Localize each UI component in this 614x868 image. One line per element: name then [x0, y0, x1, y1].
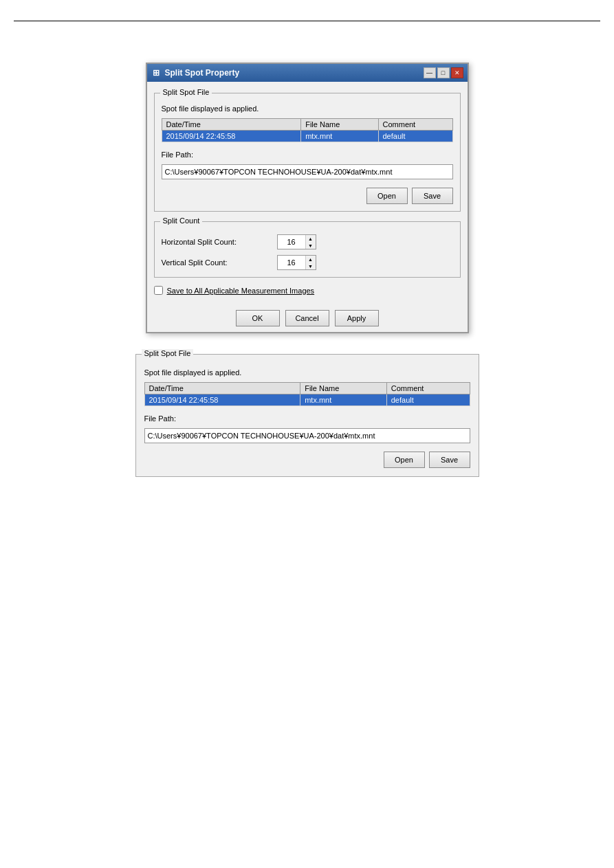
vertical-spinner-arrows: ▲ ▼ — [305, 256, 316, 269]
panel-file-path-label: File Path: — [144, 414, 470, 423]
ok-button[interactable]: OK — [236, 310, 280, 326]
col-filename: File Name — [301, 119, 378, 131]
split-spot-file-panel: Split Spot File Spot file displayed is a… — [135, 354, 479, 477]
dialog-icon: ⊞ — [151, 68, 161, 78]
panel-save-button[interactable]: Save — [429, 452, 470, 468]
panel-col-comment: Comment — [386, 383, 470, 394]
dialog-title: Split Spot Property — [165, 68, 240, 78]
vertical-split-row: Vertical Split Count: ▲ ▼ — [162, 255, 453, 270]
split-count-legend: Split Count — [160, 216, 203, 225]
panel-col-filename: File Name — [300, 383, 387, 394]
spot-file-note: Spot file displayed is applied. — [162, 104, 453, 113]
col-datetime: Date/Time — [162, 119, 301, 131]
panel-cell-filename: mtx.mnt — [300, 394, 387, 406]
panel-file-table: Date/Time File Name Comment 2015/09/14 2… — [144, 382, 470, 406]
panel-cell-datetime: 2015/09/14 22:45:58 — [144, 394, 300, 406]
cancel-button[interactable]: Cancel — [285, 310, 329, 326]
horizontal-split-label: Horizontal Split Count: — [162, 238, 272, 246]
vertical-split-input[interactable] — [278, 256, 305, 269]
file-table: Date/Time File Name Comment 2015/09/14 2… — [162, 118, 453, 142]
panel-note: Spot file displayed is applied. — [144, 368, 470, 377]
horizontal-up-arrow[interactable]: ▲ — [306, 235, 316, 242]
dialog-titlebar: ⊞ Split Spot Property — □ ✕ — [147, 64, 468, 82]
dialog-body: Split Spot File Spot file displayed is a… — [147, 82, 468, 304]
panel-legend: Split Spot File — [142, 349, 194, 357]
panel-file-buttons: Open Save — [144, 452, 470, 468]
horizontal-spinner[interactable]: ▲ ▼ — [277, 234, 316, 249]
checkbox-row: Save to All Applicable Measurement Image… — [154, 286, 461, 295]
horizontal-down-arrow[interactable]: ▼ — [306, 242, 316, 249]
file-path-input[interactable] — [162, 164, 453, 179]
horizontal-spinner-arrows: ▲ ▼ — [305, 235, 316, 249]
panel-open-button[interactable]: Open — [384, 452, 425, 468]
split-spot-file-legend: Split Spot File — [160, 88, 212, 96]
split-spot-file-group: Split Spot File Spot file displayed is a… — [154, 93, 461, 212]
vertical-split-label: Vertical Split Count: — [162, 258, 272, 267]
cell-filename: mtx.mnt — [301, 131, 378, 142]
save-all-label: Save to All Applicable Measurement Image… — [167, 287, 315, 295]
close-button[interactable]: ✕ — [451, 67, 463, 78]
split-count-group: Split Count Horizontal Split Count: ▲ ▼ — [154, 221, 461, 278]
split-spot-property-dialog: ⊞ Split Spot Property — □ ✕ Split Spot F… — [146, 63, 469, 333]
save-all-checkbox[interactable] — [154, 286, 163, 295]
panel-col-datetime: Date/Time — [144, 383, 300, 394]
panel-cell-comment: default — [386, 394, 470, 406]
maximize-button[interactable]: □ — [437, 67, 450, 78]
dialog-footer: OK Cancel Apply — [147, 304, 468, 332]
dialog-controls: — □ ✕ — [424, 67, 463, 78]
col-comment: Comment — [378, 119, 452, 131]
cell-comment: default — [378, 131, 452, 142]
apply-button[interactable]: Apply — [335, 310, 379, 326]
page-divider — [14, 21, 600, 21]
vertical-spinner[interactable]: ▲ ▼ — [277, 255, 316, 270]
minimize-button[interactable]: — — [424, 67, 436, 78]
save-button[interactable]: Save — [412, 188, 453, 204]
file-buttons: Open Save — [162, 188, 453, 204]
open-button[interactable]: Open — [366, 188, 408, 204]
horizontal-split-input[interactable] — [278, 235, 305, 249]
file-path-label: File Path: — [162, 151, 453, 159]
table-row[interactable]: 2015/09/14 22:45:58 mtx.mnt default — [162, 131, 452, 142]
horizontal-split-row: Horizontal Split Count: ▲ ▼ — [162, 234, 453, 249]
cell-datetime: 2015/09/14 22:45:58 — [162, 131, 301, 142]
panel-table-row[interactable]: 2015/09/14 22:45:58 mtx.mnt default — [144, 394, 470, 406]
vertical-down-arrow[interactable]: ▼ — [306, 263, 316, 269]
vertical-up-arrow[interactable]: ▲ — [306, 256, 316, 263]
panel-file-path-input[interactable] — [144, 428, 470, 443]
